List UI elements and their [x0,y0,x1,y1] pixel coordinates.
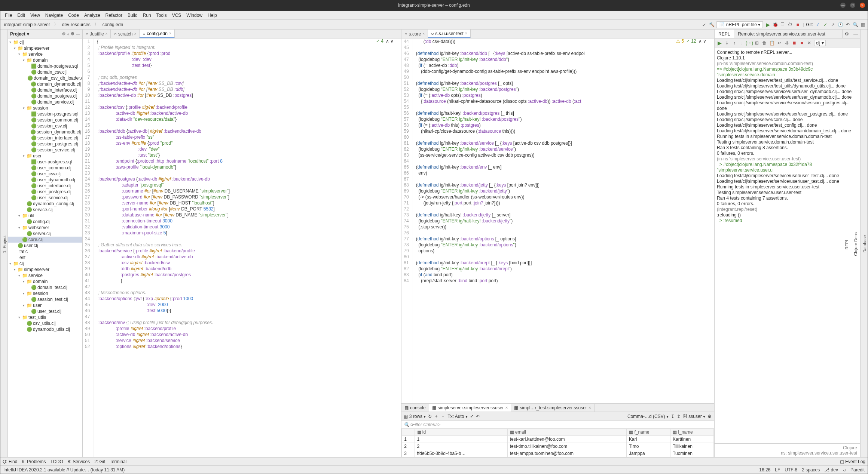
status-item[interactable]: Paredit [850,467,865,473]
tree-item[interactable]: 🟢user_postgres.clj [8,189,82,195]
tree-item[interactable]: ▾📁service [8,273,82,278]
db-tab[interactable]: ▦simpl…r_test.simpleserver.ssuser× [511,404,594,412]
inspection-warn[interactable]: ⚠ 5 [676,39,684,44]
hide-icon[interactable]: — [76,32,80,36]
repl-remote-tab[interactable]: Remote: simpleserver.service.user.user-t… [734,30,843,38]
repl-up-icon[interactable]: ↑ [732,40,737,46]
tree-item[interactable]: 🟢server.clj [8,231,82,237]
db-remove-icon[interactable]: － [441,413,445,419]
db-tab[interactable]: ▦simpleserver.simpleserver.ssuser× [429,404,511,412]
db-tx-mode[interactable]: Tx: Auto ▾ [447,414,467,419]
menu-edit[interactable]: Edit [15,12,27,19]
tree-item[interactable]: 🟢dynamodb_utils.clj [8,326,82,332]
repl-ns-input[interactable]: clj ▾ [814,40,826,46]
debug-icon[interactable]: 🐞 [773,22,778,27]
sidebar-tab[interactable]: Clojure Deps [853,231,859,258]
breadcrumb-item[interactable]: dev-resources [61,21,92,28]
expand-icon[interactable]: ÷ [67,32,69,36]
status-item[interactable]: ⎇ dev [824,467,838,473]
editor-tab[interactable]: ○s.core× [401,30,428,38]
menu-view[interactable]: View [28,12,42,19]
repl-down-icon[interactable]: ↓ [739,40,745,46]
db-commit-icon[interactable]: ✓ [470,414,474,419]
db-export-icon[interactable]: ↧ [671,414,675,419]
db-result-table[interactable]: ▦ id▦ email▦ f_name▦ l_name11test-kari.k… [401,428,714,457]
menu-run[interactable]: Run [141,12,153,19]
tree-item[interactable]: ▾📁user [8,153,82,159]
bottom-tool[interactable]: Q: Find [3,459,17,464]
status-item[interactable]: 2 spaces [802,467,820,473]
menu-file[interactable]: File [3,12,14,19]
stop-icon[interactable]: ■ [795,22,800,27]
db-rollback-icon[interactable]: ↶ [476,414,480,419]
repl-clear-icon[interactable]: 🗑 [762,40,767,46]
tree-item[interactable]: 🟢session_common.clj [8,117,82,123]
repl-output[interactable]: Connecting to remote nREPL server...Cloj… [715,47,860,443]
tree-item[interactable]: 🟢session_postgres.clj [8,141,82,147]
tree-item[interactable]: 🟢session_csv.clj [8,123,82,129]
run-button[interactable]: ▶ [765,22,770,27]
project-tree[interactable]: ▾📁clj▾📁simpleserver▾📁service▾📁domain🟩dom… [8,39,82,457]
tree-item[interactable]: 🟢user_test.clj [8,308,82,314]
tree-item[interactable]: ▾📁domain [8,278,82,284]
repl-gear-icon[interactable]: ⚙ [843,31,851,37]
tree-item[interactable]: 🟢session_dynamodb.clj [8,129,82,135]
repl-load-icon[interactable]: (⋯) [747,40,752,46]
bottom-tool[interactable]: 2: Git [94,459,105,464]
tree-item[interactable]: tatic [8,249,82,255]
db-ddl-dropdown[interactable]: Comma-…d (CSV) ▾ [627,414,669,419]
editor-tab[interactable]: ○s.s.u.user-test× [428,30,470,38]
tree-item[interactable]: 🟩user-postgres.sql [8,159,82,165]
bottom-tool[interactable]: TODO [50,459,63,464]
tree-item[interactable]: 🟢domain_service.clj [8,99,82,105]
editor-tab[interactable]: ○scratch× [111,30,140,38]
repl-interrupt-icon[interactable]: ⏹ [792,40,797,46]
tree-item[interactable]: 🟢user_interface.clj [8,183,82,189]
maximize-button[interactable]: □ [850,3,855,8]
tree-item[interactable]: 🟢service.clj [8,207,82,213]
status-item[interactable]: LF [775,467,780,473]
repl-soft-wrap-icon[interactable]: ↩ [777,40,782,46]
editor-left[interactable]: 1234567891011121314151617181920212223242… [83,39,401,457]
tree-item[interactable]: 🟩session-postgres.sql [8,111,82,117]
tree-item[interactable]: 🟢user.clj [8,243,82,249]
tree-item[interactable]: 🟢session_test.clj [8,296,82,302]
db-settings-icon[interactable]: ⚙ [707,414,712,419]
sidebar-tab[interactable]: 1: Project [1,234,7,254]
tree-item[interactable]: ▾📁session [8,105,82,111]
tree-item[interactable]: ▾📁session [8,290,82,296]
select-target-icon[interactable]: ⊕ [62,31,65,36]
db-tab[interactable]: ▦console [401,404,429,412]
tree-item[interactable]: ▾📁simpleserver [8,45,82,51]
settings-icon[interactable]: ▦ [860,22,865,27]
db-add-icon[interactable]: ＋ [434,413,438,419]
repl-close-icon[interactable]: ✕ [807,40,812,46]
editor-tab[interactable]: ○config.edn× [140,30,174,38]
tree-item[interactable]: 🟢domain_interface.clj [8,87,82,93]
editor-tab[interactable]: ○Justfile× [83,30,111,38]
git-update-icon[interactable]: ✓ [815,22,820,27]
hammer-icon[interactable]: 🔨 [709,22,714,27]
repl-copy-icon[interactable]: 📋 [769,40,774,46]
tree-item[interactable]: ▾📁clj [8,261,82,267]
breadcrumb-item[interactable]: config.edn [101,21,125,28]
tree-item[interactable]: 🟢user_service.clj [8,195,82,201]
menu-vcs[interactable]: VCS [170,12,184,19]
db-import-icon[interactable]: ↥ [677,414,681,419]
tree-item[interactable]: 🟢domain_dynamodb.clj [8,81,82,87]
menu-build[interactable]: Build [125,12,140,19]
repl-ns-icon[interactable]: ⊞ [754,40,760,46]
tree-item[interactable]: 🟢domain_postgres.clj [8,93,82,99]
repl-run-icon[interactable]: ▶ [717,40,722,46]
tree-item[interactable]: ▾📁webserver [8,225,82,231]
tool-icon[interactable]: ↙ [702,22,707,27]
tree-item[interactable]: ▾📁test_utils [8,314,82,320]
db-refresh-icon[interactable]: ↻ [428,414,432,419]
repl-scroll-icon[interactable]: ⇊ [784,40,789,46]
event-log[interactable]: ▢ Event Log [840,459,865,464]
bottom-tool[interactable]: Terminal [110,459,126,464]
coverage-icon[interactable]: ⛉ [780,22,785,27]
editor-right[interactable]: 4445464748495051525354555657585960616263… [401,39,714,403]
status-item[interactable]: ♫ [843,467,846,473]
tree-item[interactable]: 🟢csv_utils.clj [8,320,82,326]
